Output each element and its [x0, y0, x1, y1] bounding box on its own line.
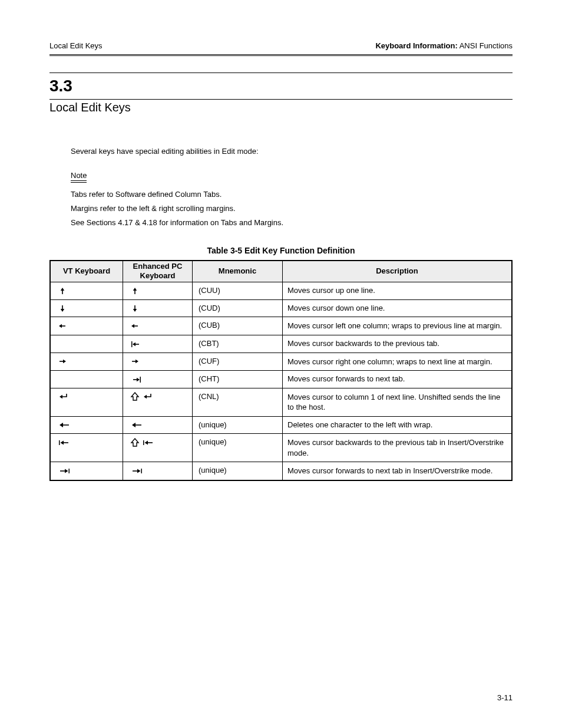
vt-key-empty — [50, 371, 123, 388]
table-header-row: VT Keyboard Enhanced PCKeyboard Mnemonic… — [50, 261, 512, 282]
vt-key-tab-right — [50, 462, 123, 480]
vt-key-backspace — [50, 416, 123, 434]
home-left-icon — [130, 340, 142, 349]
pc-key-end-right — [123, 371, 193, 388]
pc-key-backspace — [123, 416, 193, 434]
pc-key-left — [123, 317, 193, 335]
backspace-icon — [58, 420, 71, 430]
pc-key-up — [123, 282, 193, 300]
header-right-text: Keyboard Information: ANSI Functions — [375, 41, 513, 50]
page-number: 3-11 — [497, 693, 513, 702]
edit-key-table: VT Keyboard Enhanced PCKeyboard Mnemonic… — [49, 260, 513, 481]
arrow-up-icon — [58, 286, 67, 296]
desc-cell: Moves cursor forwards to next tab. — [283, 371, 513, 388]
desc-cell: Deletes one character to the left with w… — [283, 416, 513, 434]
table-row: (CUF) Moves cursor right one column; wra… — [50, 353, 512, 371]
intro-lead: Several keys have special editing abilit… — [49, 146, 513, 157]
desc-cell: Moves cursor forwards to next tab in Ins… — [283, 462, 513, 480]
section-number: 3.3 — [49, 73, 513, 99]
pc-key-shift-tab-left — [123, 434, 193, 462]
tab-right-icon — [130, 466, 143, 476]
mnemonic-cell: (unique) — [193, 462, 283, 480]
desc-cell: Moves cursor backwards to the previous t… — [283, 434, 513, 462]
vt-key-empty — [50, 335, 123, 353]
arrow-left-icon — [58, 321, 67, 331]
backspace-icon — [130, 420, 143, 430]
col-header-desc: Description — [283, 261, 513, 282]
col-header-pc: Enhanced PCKeyboard — [123, 261, 193, 282]
arrow-down-icon — [58, 304, 67, 313]
shift-icon — [130, 438, 140, 447]
mnemonic-cell: (CUF) — [193, 353, 283, 371]
header-line-1: Local Edit Keys Keyboard Information: AN… — [49, 41, 513, 52]
table-row: (CHT) Moves cursor forwards to next tab. — [50, 371, 512, 388]
mnemonic-cell: (CBT) — [193, 335, 283, 353]
mnemonic-cell: (CUB) — [193, 317, 283, 335]
note-label: Note — [71, 171, 87, 183]
intro-block: Several keys have special editing abilit… — [49, 146, 513, 229]
table-row: (unique) Deletes one character to the le… — [50, 416, 512, 434]
desc-cell: Moves cursor up one line. — [283, 282, 513, 300]
pc-key-tab-right — [123, 462, 193, 480]
note-body: Tabs refer to Software defined Column Ta… — [71, 189, 513, 229]
return-icon — [142, 392, 154, 401]
vt-key-up — [50, 282, 123, 300]
mnemonic-cell: (CUD) — [193, 299, 283, 317]
vt-key-left — [50, 317, 123, 335]
desc-cell: Moves cursor backwards to the previous t… — [283, 335, 513, 353]
desc-cell: Moves cursor to column 1 of next line. U… — [283, 388, 513, 416]
header-double-rule — [49, 54, 513, 56]
page-header: Local Edit Keys Keyboard Information: AN… — [49, 41, 513, 114]
pc-key-home-left — [123, 335, 193, 353]
table-row: (CUD) Moves cursor down one line. — [50, 299, 512, 317]
tab-right-icon — [58, 466, 71, 476]
arrow-right-icon — [130, 357, 140, 366]
vt-key-tab-left — [50, 434, 123, 462]
vt-key-right — [50, 353, 123, 371]
vt-key-down — [50, 299, 123, 317]
header-left-text: Local Edit Keys — [49, 41, 103, 50]
end-right-icon — [130, 375, 142, 384]
desc-cell: Moves cursor down one line. — [283, 299, 513, 317]
arrow-down-icon — [130, 304, 140, 313]
tab-left-icon — [58, 438, 71, 447]
arrow-right-icon — [58, 357, 67, 366]
table-row: (CNL) Moves cursor to column 1 of next l… — [50, 388, 512, 416]
pc-key-down — [123, 299, 193, 317]
section-title: Local Edit Keys — [49, 100, 513, 114]
table-row: (CUB) Moves cursor left one column; wrap… — [50, 317, 512, 335]
pc-key-shift-return — [123, 388, 193, 416]
return-icon — [58, 392, 70, 401]
shift-icon — [130, 392, 140, 401]
table-row: (unique) Moves cursor forwards to next t… — [50, 462, 512, 480]
vt-key-return — [50, 388, 123, 416]
table-title: Table 3-5 Edit Key Function Definition — [49, 246, 513, 255]
desc-cell: Moves cursor left one column; wraps to p… — [283, 317, 513, 335]
tab-left-icon — [142, 438, 155, 447]
arrow-left-icon — [130, 321, 140, 331]
col-header-vt: VT Keyboard — [50, 261, 123, 282]
table-row: (CBT) Moves cursor backwards to the prev… — [50, 335, 512, 353]
mnemonic-cell: (CHT) — [193, 371, 283, 388]
mnemonic-cell: (unique) — [193, 434, 283, 462]
table-row: (unique) Moves cursor backwards to the p… — [50, 434, 512, 462]
mnemonic-cell: (CNL) — [193, 388, 283, 416]
arrow-up-icon — [130, 286, 140, 296]
col-header-mnemonic: Mnemonic — [193, 261, 283, 282]
mnemonic-cell: (CUU) — [193, 282, 283, 300]
mnemonic-cell: (unique) — [193, 416, 283, 434]
table-row: (CUU) Moves cursor up one line. — [50, 282, 512, 300]
desc-cell: Moves cursor right one column; wraps to … — [283, 353, 513, 371]
pc-key-right — [123, 353, 193, 371]
